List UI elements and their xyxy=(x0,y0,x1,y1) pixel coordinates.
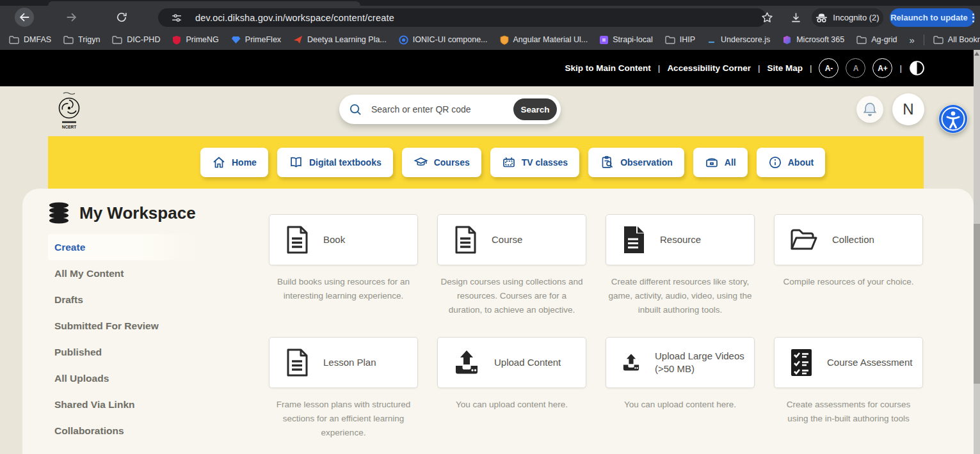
scrollbar-thumb[interactable] xyxy=(974,224,980,384)
accessibility-widget-button[interactable] xyxy=(938,104,968,134)
card-cell: Upload Large Videos (>50 MB) You can upl… xyxy=(606,337,755,454)
bookmark-ihip[interactable]: IHIP xyxy=(665,35,695,44)
bookmark-deetya[interactable]: Deetya Learning Pla... xyxy=(293,35,387,44)
separator: | xyxy=(899,63,902,73)
card-book[interactable]: Book xyxy=(269,214,418,265)
font-normal-button[interactable]: A xyxy=(846,58,865,78)
bookmark-label: Deetya Learning Pla... xyxy=(307,35,387,44)
accessibility-bar: Skip to Main Content | Accessibility Cor… xyxy=(0,50,974,86)
target-blue-icon xyxy=(399,35,408,45)
square-purple-icon xyxy=(600,36,608,44)
incognito-icon xyxy=(815,13,828,23)
browser-toolbar: dev.oci.diksha.gov.in/workspace/content/… xyxy=(0,6,980,29)
bookmarks-divider xyxy=(924,35,924,45)
search-button[interactable]: Search xyxy=(513,98,557,120)
card-label: Upload Large Videos (>50 MB) xyxy=(655,350,754,376)
back-arrow-icon xyxy=(17,10,31,24)
sidebar-item-published[interactable]: Published xyxy=(48,339,197,365)
url-bar[interactable]: dev.oci.diksha.gov.in/workspace/content/… xyxy=(158,8,766,27)
all-bookmarks-button[interactable]: All Bookmarks xyxy=(933,35,980,44)
site-map-link[interactable]: Site Map xyxy=(767,63,803,73)
bookmark-underscore[interactable]: Underscore.js xyxy=(707,35,770,44)
downloads-button[interactable] xyxy=(789,11,803,27)
nav-observation[interactable]: Observation xyxy=(588,148,684,177)
relaunch-label: Relaunch to update xyxy=(890,13,968,22)
nav-tv-classes[interactable]: TV classes xyxy=(490,148,579,177)
card-upload-content[interactable]: Upload Content xyxy=(437,337,586,388)
nav-all[interactable]: All xyxy=(693,148,748,177)
card-resource[interactable]: Resource xyxy=(606,214,755,265)
sidebar-item-shared-via-link[interactable]: Shared Via Linkn xyxy=(48,391,197,418)
search-input[interactable] xyxy=(370,104,506,115)
card-lesson-plan[interactable]: Lesson Plan xyxy=(269,337,418,388)
active-tab-edge[interactable] xyxy=(48,1,360,6)
bookmark-microsoft365[interactable]: Microsoft 365 xyxy=(782,35,844,45)
card-collection[interactable]: Collection xyxy=(774,214,923,265)
sidebar-item-create[interactable]: Create xyxy=(48,234,197,260)
bookmark-primeng[interactable]: PrimeNG xyxy=(172,35,218,45)
ncert-logo: NCERT xyxy=(55,90,83,130)
card-course-assessment[interactable]: Course Assessment xyxy=(774,337,923,388)
url-text[interactable]: dev.oci.diksha.gov.in/workspace/content/… xyxy=(195,13,394,23)
bookmark-star-button[interactable] xyxy=(760,11,774,27)
bookmark-ag-grid[interactable]: Ag-grid xyxy=(856,35,897,44)
card-label: Upload Content xyxy=(494,356,566,369)
nav-home[interactable]: Home xyxy=(200,148,268,177)
folder-icon xyxy=(112,36,122,44)
card-description: Frame lesson plans with structured secti… xyxy=(269,398,418,440)
sidebar-item-collaborations[interactable]: Collaborations xyxy=(48,418,197,444)
forward-arrow-icon xyxy=(65,10,79,24)
bookmark-strapi[interactable]: Strapi-local xyxy=(600,35,653,44)
primary-nav: Home Digital textbooks Courses TV classe… xyxy=(48,136,924,189)
refresh-button[interactable] xyxy=(112,8,131,27)
observation-icon xyxy=(600,155,615,169)
nav-courses[interactable]: Courses xyxy=(402,148,481,177)
folder-icon xyxy=(856,36,867,44)
forward-button[interactable] xyxy=(62,8,81,27)
font-increase-button[interactable]: A+ xyxy=(872,58,892,78)
nav-label: Digital textbooks xyxy=(309,157,382,168)
card-course[interactable]: Course xyxy=(437,214,586,265)
bookmarks-bar: DMFAS Trigyn DIC-PHD PrimeNG PrimeFlex D… xyxy=(0,29,980,50)
tray-icon xyxy=(705,155,719,169)
site-settings-icon[interactable] xyxy=(171,12,182,24)
separator: | xyxy=(758,63,760,73)
workspace-panel: My Workspace Create All My Content Draft… xyxy=(22,189,974,454)
profile-avatar[interactable]: N xyxy=(892,93,924,125)
bookmark-angular-material[interactable]: Angular Material Ul... xyxy=(500,35,588,45)
notifications-button[interactable] xyxy=(856,96,883,123)
bookmark-label: Angular Material Ul... xyxy=(513,35,588,44)
browser-menu-icon[interactable] xyxy=(972,13,974,22)
back-button[interactable] xyxy=(15,8,34,27)
sidebar-item-all-my-content[interactable]: All My Content xyxy=(48,260,197,286)
download-icon xyxy=(789,11,803,24)
refresh-icon xyxy=(115,11,128,24)
card-description: You can upload content here. xyxy=(606,398,755,412)
sidebar-item-submitted-for-review[interactable]: Submitted For Review xyxy=(48,313,197,339)
sidebar-item-drafts[interactable]: Drafts xyxy=(48,286,197,313)
card-upload-large-videos[interactable]: Upload Large Videos (>50 MB) xyxy=(606,337,755,388)
nav-digital-textbooks[interactable]: Digital textbooks xyxy=(277,148,393,177)
bookmark-trigyn[interactable]: Trigyn xyxy=(63,35,100,44)
bookmark-dmfas[interactable]: DMFAS xyxy=(9,35,51,44)
card-description: You can upload content here. xyxy=(437,398,586,412)
page-scrollbar[interactable] xyxy=(974,50,980,454)
relaunch-to-update-button[interactable]: Relaunch to update xyxy=(890,8,975,27)
graduation-cap-icon xyxy=(414,155,428,169)
checklist-icon xyxy=(790,348,813,377)
nav-about[interactable]: About xyxy=(757,148,825,177)
tv-icon xyxy=(502,155,516,169)
search-bar: Search xyxy=(339,95,561,124)
accessibility-corner-link[interactable]: Accessibility Corner xyxy=(667,63,751,73)
folder-icon xyxy=(63,36,74,44)
font-decrease-button[interactable]: A- xyxy=(819,58,839,78)
bookmark-primeflex[interactable]: PrimeFlex xyxy=(231,35,281,44)
bookmark-dic-phd[interactable]: DIC-PHD xyxy=(112,35,160,44)
bookmarks-overflow-button[interactable]: » xyxy=(910,35,915,45)
sidebar-item-all-uploads[interactable]: All Uploads xyxy=(48,365,197,391)
bookmark-ionic[interactable]: IONIC-UI compone... xyxy=(399,35,488,45)
incognito-badge[interactable]: Incognito (2) xyxy=(812,8,883,27)
scrollbar-up-arrow-icon[interactable] xyxy=(974,52,979,56)
skip-to-main-link[interactable]: Skip to Main Content xyxy=(565,63,651,73)
contrast-toggle-icon[interactable] xyxy=(909,60,925,76)
